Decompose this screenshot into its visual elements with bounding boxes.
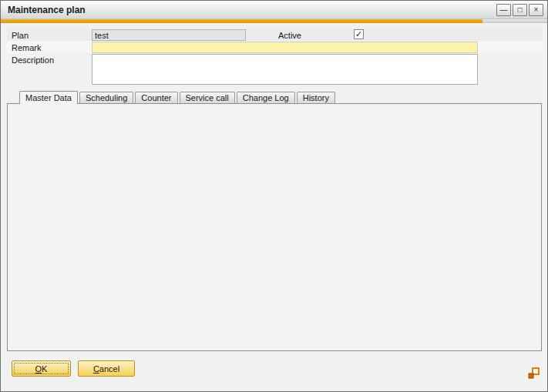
remark-label: Remark bbox=[12, 43, 42, 52]
cancel-button[interactable]: Cancel bbox=[78, 360, 135, 377]
minimize-icon: — bbox=[500, 6, 508, 14]
maximize-button[interactable]: □ bbox=[513, 4, 527, 16]
description-textarea[interactable] bbox=[92, 54, 478, 85]
remark-input[interactable] bbox=[92, 42, 478, 53]
plan-input[interactable] bbox=[92, 29, 246, 41]
form-settings-icon[interactable] bbox=[527, 367, 540, 379]
minimize-button[interactable]: — bbox=[496, 4, 511, 16]
button-label: K bbox=[42, 364, 47, 374]
tab-label: Master Data bbox=[25, 93, 72, 102]
tab-master-data[interactable]: Master Data bbox=[19, 91, 78, 104]
accent-stripe-gold bbox=[1, 19, 482, 23]
maintenance-plan-window: Maintenance plan — □ × Plan Active ✓ Rem… bbox=[0, 0, 548, 392]
plan-label: Plan bbox=[12, 31, 29, 40]
active-label: Active bbox=[278, 31, 301, 40]
tab-history[interactable]: History bbox=[297, 92, 335, 103]
tab-bar: Master Data Scheduling Counter Service c… bbox=[19, 91, 337, 104]
window-title: Maintenance plan bbox=[8, 5, 86, 15]
window-controls: — □ × bbox=[496, 4, 543, 16]
check-icon: ✓ bbox=[355, 30, 362, 39]
tab-label: History bbox=[303, 93, 329, 102]
description-label: Description bbox=[12, 55, 54, 65]
tab-label: Service call bbox=[186, 93, 229, 102]
button-label: O bbox=[35, 364, 42, 374]
active-checkbox[interactable]: ✓ bbox=[354, 29, 364, 39]
row-stripe bbox=[7, 28, 543, 41]
ok-button[interactable]: OK bbox=[12, 360, 71, 377]
close-button[interactable]: × bbox=[529, 4, 543, 16]
button-label: C bbox=[93, 364, 99, 374]
tab-label: Change Log bbox=[243, 93, 289, 102]
title-bar: Maintenance plan — □ × bbox=[1, 1, 547, 19]
tab-label: Counter bbox=[141, 93, 171, 102]
master-data-panel bbox=[7, 103, 542, 351]
tab-label: Scheduling bbox=[86, 93, 127, 102]
close-icon: × bbox=[534, 6, 539, 14]
button-label: ancel bbox=[99, 364, 119, 374]
tab-counter[interactable]: Counter bbox=[135, 92, 177, 103]
tab-change-log[interactable]: Change Log bbox=[237, 92, 295, 103]
tab-service-call[interactable]: Service call bbox=[180, 92, 235, 103]
maximize-icon: □ bbox=[517, 6, 522, 14]
accent-stripe bbox=[1, 19, 547, 23]
accent-stripe-gray bbox=[482, 19, 547, 23]
tab-scheduling[interactable]: Scheduling bbox=[79, 92, 133, 103]
